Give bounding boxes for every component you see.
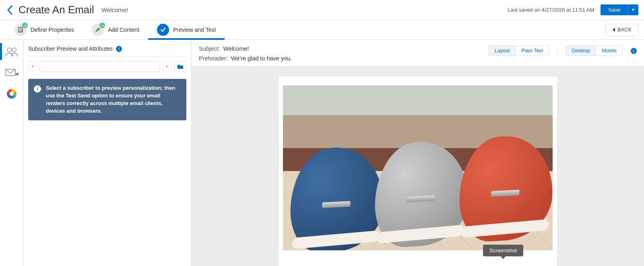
shoe-red bbox=[457, 134, 553, 243]
plain-text-toggle[interactable]: Plain Text bbox=[515, 46, 549, 56]
triangle-left-icon bbox=[613, 28, 615, 32]
subscriber-search-input[interactable] bbox=[39, 61, 160, 72]
device-segment: Desktop Mobile bbox=[566, 45, 623, 56]
rail-test-send[interactable] bbox=[4, 65, 20, 81]
view-mode-segment: Layout Plain Text bbox=[489, 45, 549, 56]
subject-label: Subject: bbox=[199, 45, 220, 52]
separator bbox=[557, 45, 557, 56]
people-icon bbox=[5, 47, 19, 57]
next-subscriber-button[interactable] bbox=[163, 61, 171, 72]
browse-subscribers-button[interactable] bbox=[174, 61, 186, 72]
preview-header: Subject: Welcome! Preheader: We're glad … bbox=[192, 40, 644, 67]
page-title: Create An Email bbox=[19, 4, 94, 16]
layout-toggle[interactable]: Layout bbox=[489, 46, 516, 56]
svg-point-5 bbox=[12, 48, 16, 52]
email-frame bbox=[279, 76, 557, 266]
preheader-row: Preheader: We're glad to have you. bbox=[199, 55, 292, 62]
desktop-toggle[interactable]: Desktop bbox=[566, 46, 596, 56]
preheader-value: We're glad to have you. bbox=[231, 55, 292, 62]
step-define-properties[interactable]: Define Properties bbox=[6, 20, 83, 39]
preview-pane: Subject: Welcome! Preheader: We're glad … bbox=[192, 40, 644, 266]
email-name: Welcome! bbox=[101, 6, 128, 13]
prev-subscriber-button[interactable] bbox=[28, 61, 36, 72]
info-message-text: Select a subscriber to preview personali… bbox=[46, 85, 181, 115]
step-define-label: Define Properties bbox=[31, 27, 74, 33]
back-arrow[interactable] bbox=[6, 4, 14, 16]
svg-rect-1 bbox=[19, 28, 22, 29]
rail-litmus[interactable] bbox=[4, 86, 20, 102]
folder-icon bbox=[177, 64, 184, 69]
chevron-left-icon bbox=[7, 5, 13, 15]
svg-rect-14 bbox=[634, 50, 634, 52]
svg-rect-2 bbox=[19, 29, 22, 30]
svg-rect-3 bbox=[19, 31, 21, 31]
subject-row: Subject: Welcome! bbox=[199, 45, 292, 52]
screenshot-tooltip: Screenshot bbox=[483, 245, 523, 256]
stepbar-right: BACK bbox=[606, 24, 638, 36]
header-right: Last saved on 4/27/2020 at 11:51 AM Save bbox=[508, 4, 638, 15]
subject-value: Welcome! bbox=[223, 45, 249, 52]
preheader-label: Preheader: bbox=[199, 55, 228, 62]
device-info-icon[interactable] bbox=[631, 48, 637, 54]
shoe-gray bbox=[373, 139, 471, 249]
subject-block: Subject: Welcome! Preheader: We're glad … bbox=[199, 45, 292, 62]
rail-subscriber-preview[interactable] bbox=[4, 44, 20, 60]
sidebar-panel: Subscriber Preview and Attributes i Sele… bbox=[23, 40, 192, 266]
save-button[interactable]: Save bbox=[601, 4, 628, 15]
check-badge-icon bbox=[22, 23, 28, 28]
subscriber-nav-row bbox=[28, 61, 186, 72]
step-bar: Define Properties Add Content Preview an… bbox=[0, 20, 644, 40]
step-content-label: Add Content bbox=[108, 27, 139, 33]
app-header: Create An Email Welcome! Last saved on 4… bbox=[0, 0, 644, 20]
sidebar-title-row: Subscriber Preview and Attributes bbox=[28, 45, 186, 56]
triangle-right-icon bbox=[166, 64, 169, 68]
sidebar-title: Subscriber Preview and Attributes bbox=[28, 45, 113, 52]
svg-point-4 bbox=[7, 48, 11, 52]
save-dropdown-button[interactable] bbox=[628, 4, 638, 15]
info-icon[interactable] bbox=[116, 46, 122, 52]
check-badge-icon bbox=[99, 23, 105, 28]
back-button[interactable]: BACK bbox=[606, 24, 638, 36]
preview-canvas[interactable]: Screenshot bbox=[192, 67, 644, 266]
svg-rect-10 bbox=[119, 48, 120, 50]
info-bubble-icon: i bbox=[34, 85, 41, 93]
mobile-toggle[interactable]: Mobile bbox=[596, 46, 622, 56]
svg-marker-12 bbox=[166, 65, 168, 68]
caret-down-icon bbox=[632, 9, 635, 11]
check-icon bbox=[160, 27, 166, 33]
info-message-box: i Select a subscriber to preview persona… bbox=[28, 79, 186, 120]
shoe-blue bbox=[288, 145, 387, 250]
envelope-arrow-icon bbox=[5, 68, 19, 78]
step-preview-icon bbox=[157, 24, 169, 36]
back-button-label: BACK bbox=[617, 27, 632, 33]
svg-point-8 bbox=[10, 92, 14, 96]
step-preview-test[interactable]: Preview and Test bbox=[148, 20, 225, 39]
svg-marker-11 bbox=[31, 65, 33, 68]
step-content-icon bbox=[92, 24, 104, 36]
last-saved-text: Last saved on 4/27/2020 at 11:51 AM bbox=[508, 7, 594, 13]
svg-point-9 bbox=[119, 47, 120, 48]
step-add-content[interactable]: Add Content bbox=[83, 20, 148, 39]
triangle-left-icon bbox=[31, 64, 34, 68]
save-button-group: Save bbox=[601, 4, 638, 15]
step-preview-label: Preview and Test bbox=[173, 27, 216, 33]
main-area: Subscriber Preview and Attributes i Sele… bbox=[0, 40, 644, 266]
left-rail bbox=[0, 40, 23, 266]
rail-active-marker bbox=[0, 43, 2, 60]
color-wheel-icon bbox=[6, 88, 18, 100]
svg-point-13 bbox=[634, 49, 634, 50]
hero-image bbox=[283, 85, 553, 250]
step-define-icon bbox=[14, 24, 27, 36]
toggle-groups: Layout Plain Text Desktop Mobile bbox=[489, 45, 637, 56]
